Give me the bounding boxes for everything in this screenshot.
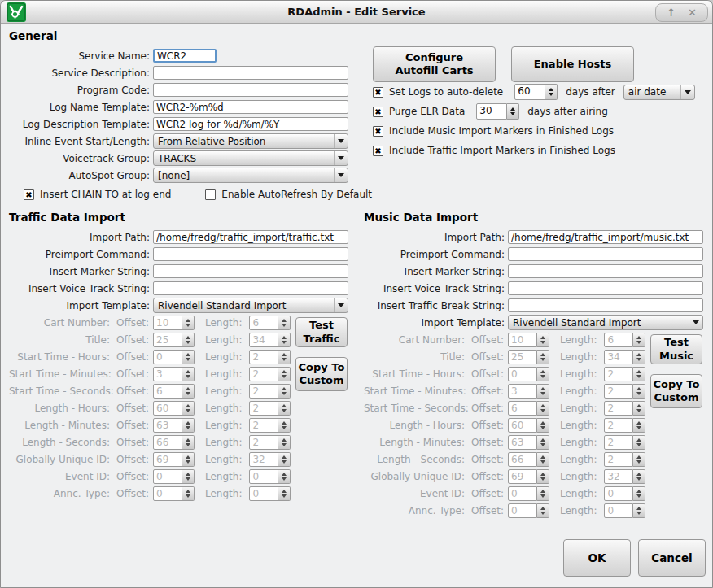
spinner-arrows-icon: [182, 384, 195, 399]
offset-caption: Offset:: [116, 437, 152, 448]
auto-delete-reference-combo[interactable]: air date: [623, 85, 695, 100]
length-caption: Length:: [560, 368, 597, 380]
spin-down-icon: [282, 375, 287, 378]
edit-service-dialog: RDAdmin - Edit Service ↑ ✕ General Servi…: [0, 0, 713, 588]
offset-caption: Offset:: [116, 351, 152, 363]
spin-down-icon: [282, 409, 287, 412]
length-value: 2: [249, 401, 278, 416]
enable-autorefresh-checkbox[interactable]: [205, 189, 216, 200]
length-spinbox: 2: [604, 367, 645, 381]
chevron-down-icon: [334, 298, 348, 312]
spin-down-icon: [282, 341, 287, 344]
music-insert-traffic-break-input[interactable]: [508, 298, 703, 312]
shade-window-icon[interactable]: ↑: [667, 6, 676, 20]
offset-value: 10: [508, 333, 537, 347]
music-import-path-input[interactable]: [508, 230, 703, 244]
log-description-template-input[interactable]: [153, 117, 348, 131]
offset-caption: Offset:: [471, 385, 507, 397]
insert-chain-to-checkbox[interactable]: ✖: [24, 189, 34, 200]
spinner-arrows-icon: [633, 435, 645, 450]
spin-up-icon: [186, 438, 190, 442]
traffic-import-template-combo[interactable]: Rivendell Standard Import: [153, 298, 348, 313]
auto-delete-label: Set Logs to auto-delete: [389, 86, 503, 98]
field-name-label: Globally Unique ID:: [364, 471, 471, 482]
length-caption: Length:: [205, 368, 242, 380]
service-name-input[interactable]: [153, 49, 217, 63]
length-value: 2: [249, 435, 278, 450]
chevron-down-icon: [334, 151, 348, 165]
offset-value: 69: [508, 469, 537, 484]
music-insert-voice-track-input[interactable]: [508, 281, 703, 295]
spin-down-icon[interactable]: [549, 93, 553, 96]
music-insert-marker-input[interactable]: [508, 264, 703, 278]
purge-elr-checkbox[interactable]: ✖: [373, 107, 383, 117]
test-traffic-button[interactable]: Test Traffic: [295, 317, 348, 347]
music-import-heading: Music Data Import: [364, 211, 713, 224]
inline-event-value: From Relative Position: [158, 136, 334, 147]
spin-up-icon: [186, 490, 190, 493]
spinner-arrows-icon: [278, 469, 291, 484]
configure-autofill-carts-button[interactable]: Configure Autofill Carts: [373, 46, 496, 82]
offset-value: 60: [153, 401, 182, 416]
close-window-icon[interactable]: ✕: [688, 6, 697, 20]
traffic-import-path-row: Import Path:: [9, 229, 361, 246]
offset-value: 0: [153, 486, 182, 501]
ok-button[interactable]: OK: [563, 539, 631, 577]
spinner-arrows-icon: [278, 418, 291, 433]
length-caption: Length:: [560, 385, 597, 397]
autospot-group-combo[interactable]: [none]: [153, 168, 348, 183]
spin-down-icon: [636, 392, 641, 395]
auto-delete-days-spinbox[interactable]: 60: [514, 84, 558, 100]
auto-delete-checkbox[interactable]: ✖: [373, 87, 383, 98]
length-caption: Length:: [205, 454, 242, 465]
program-code-input[interactable]: [153, 83, 348, 97]
offset-caption: Offset:: [116, 317, 152, 329]
music-insert-traffic-break-label: Insert Traffic Break String:: [364, 300, 508, 311]
title-bar[interactable]: RDAdmin - Edit Service ↑ ✕: [1, 1, 712, 24]
spinner-arrows-icon: [633, 384, 645, 399]
offset-value: 10: [153, 316, 182, 330]
offset-length-row: Event ID: Offset: 0 Length: 0: [9, 468, 361, 485]
length-caption: Length:: [560, 351, 597, 363]
music-preimport-command-input[interactable]: [508, 247, 703, 261]
log-description-template-label: Log Description Template:: [9, 119, 153, 130]
purge-elr-label: Purge ELR Data: [389, 106, 465, 117]
music-import-template-combo[interactable]: Rivendell Standard Import: [508, 315, 703, 330]
inline-event-combo[interactable]: From Relative Position: [153, 133, 348, 149]
length-spinbox: 2: [249, 418, 291, 433]
spin-up-icon[interactable]: [510, 107, 515, 111]
spinner-arrows-icon: [182, 367, 195, 381]
length-caption: Length:: [205, 420, 242, 431]
music-copy-to-custom-button[interactable]: Copy To Custom: [650, 374, 702, 408]
test-music-button[interactable]: Test Music: [650, 334, 702, 364]
offset-value: 0: [508, 367, 537, 381]
spin-up-icon[interactable]: [549, 88, 553, 91]
traffic-insert-voice-track-input[interactable]: [153, 281, 348, 295]
spin-down-icon: [636, 494, 641, 498]
spin-down-icon: [636, 460, 641, 464]
service-description-input[interactable]: [153, 66, 348, 80]
traffic-copy-to-custom-button[interactable]: Copy To Custom: [295, 357, 348, 391]
spin-down-icon[interactable]: [510, 112, 515, 115]
music-markers-checkbox[interactable]: ✖: [373, 126, 383, 137]
spin-up-icon: [282, 473, 287, 476]
traffic-insert-marker-input[interactable]: [153, 264, 348, 278]
spin-up-icon: [282, 490, 287, 493]
spin-up-icon: [636, 387, 641, 390]
spin-up-icon: [186, 336, 190, 339]
log-name-template-input[interactable]: [153, 100, 348, 114]
offset-spinbox: 0: [508, 503, 549, 518]
traffic-markers-checkbox[interactable]: ✖: [373, 146, 383, 156]
cancel-button[interactable]: Cancel: [638, 539, 706, 577]
spinner-arrows-icon: [278, 435, 291, 450]
spinner-arrows-icon[interactable]: [507, 103, 519, 120]
spin-up-icon: [636, 336, 641, 339]
spinner-arrows-icon: [278, 333, 291, 347]
enable-hosts-button[interactable]: Enable Hosts: [511, 46, 634, 82]
traffic-preimport-command-input[interactable]: [153, 247, 348, 261]
spinner-arrows-icon[interactable]: [545, 84, 558, 100]
voicetrack-group-combo[interactable]: TRACKS: [153, 150, 348, 166]
length-value: 2: [604, 452, 633, 467]
purge-elr-days-spinbox[interactable]: 30: [476, 103, 519, 120]
traffic-import-path-input[interactable]: [153, 230, 348, 244]
